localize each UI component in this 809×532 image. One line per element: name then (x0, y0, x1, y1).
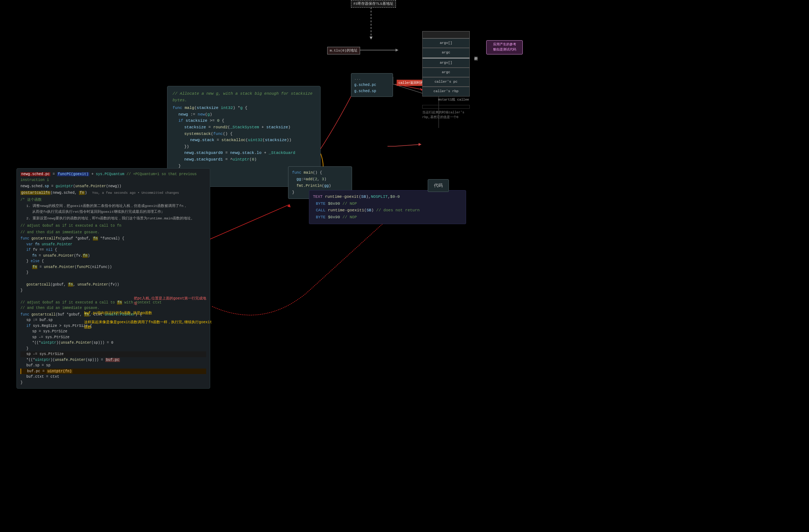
cn-buf-pc: buf.pc指向待运行的fn函数,就是go函数 (84, 311, 152, 316)
left-func1-var: var fn unsafe.Pointer (20, 242, 206, 248)
left-comment-1b: 从而使fn执行完成后执行ret指令时返回到goexit继续执行完成最后的清理工作… (20, 210, 206, 215)
cn-sp-enter: 把pc入栈,位置是上面的goext第一行完成地址 (134, 296, 207, 306)
main-func-line2: gg:=add(2, 3) (292, 176, 348, 183)
stack-diagram: argv[] argc argv[] argc caller's pc call… (422, 31, 470, 120)
left-comment-1: 1. 调整newg的栈空间，把goexit函数的第二条指令的地址入栈，仿造成go… (20, 204, 206, 209)
left-comment-adjust: // adjust Gobuf as if it executed a call… (20, 223, 206, 229)
asm-line3: CALL runtime·goexit1(SB) // does not ret… (313, 207, 462, 214)
left-func2-sp-assign: *((*uintptr)(unsafe.Pointer(sp))) = buf.… (20, 357, 206, 363)
left-func1-closebrace: } (20, 270, 206, 276)
left-func2-end: } (20, 380, 206, 386)
malg-line2: newg := new(g) (173, 112, 315, 118)
left-func1-nilfunc: fn = unsafe.Pointer(funcPC(nilfunc)) (20, 264, 206, 270)
malg-line5: systemstack(func() { (173, 131, 315, 137)
left-func1-fv: fn = unsafe.Pointer(fv.fn) (20, 253, 206, 259)
asm-line1: TEXT runtime·goexit(SB),NOSPLIT,$0-0 (313, 193, 462, 200)
svg-marker-3 (396, 49, 398, 52)
malg-line7: }) (173, 144, 315, 150)
left-code-block: newg.sched.pc = funcPC(goexit) + sys.PCQ… (16, 168, 210, 389)
tls-label: FS寄存器保存TLS基地址 (351, 0, 396, 8)
stack-argc2: argc (422, 68, 470, 77)
malg-line4: stacksize = round2(_StackSystem + stacks… (173, 124, 315, 131)
asm-line4: BYTE $0x90 // NOP (313, 214, 462, 221)
left-func2-closebrace2: } (20, 346, 206, 352)
left-func2-sp3: sp -= sys.PtrSize (20, 335, 206, 340)
stack-callers-rbp: caller's rbp (422, 87, 470, 96)
asm-line2: BYTE $0x90 // NOP (313, 200, 462, 207)
sched-pc: g.sched.pc (354, 82, 390, 88)
left-func1-else: } else { (20, 259, 206, 264)
left-comment-2: 2. 重新设置newg要执行的函数的地址，即fn函数的地址，我们这个场景为run… (20, 216, 206, 222)
mstart1-label: mstart1线 callee (422, 97, 470, 102)
left-func1-end: } (20, 288, 206, 294)
sched-box: ... g.sched.pc g.sched.sp (351, 73, 393, 97)
left-header-line3: gostartcallfn(newg.sched, fn) You, a few… (20, 190, 206, 196)
malg-line1: func malg(stacksize int32) *g { (173, 105, 315, 112)
asm-block: TEXT runtime·goexit(SB),NOSPLIT,$0-0 BYT… (309, 190, 466, 224)
left-func1-if: if fv == nil { (20, 247, 206, 253)
left-func1-call: gostartcall(gobuf, fn, unsafe.Pointer(fv… (20, 282, 206, 288)
malg-line8: newg.stackguard0 = newg.stack.lo + _Stac… (173, 150, 315, 156)
stack-callers-pc: caller's pc (422, 77, 470, 87)
left-func2-sp-dec: sp -= sys.PtrSize (20, 351, 206, 357)
sched-sp: g.sched.sp (354, 88, 390, 94)
svg-marker-22 (419, 143, 421, 146)
left-header-line2: newg.sched.sp = guintptr(unsafe.Pointer(… (20, 184, 206, 189)
left-comment-header: /* 这个函数 (20, 197, 206, 203)
left-func2-buf-ctxt: buf.ctxt = ctxt (20, 374, 206, 380)
tls-text: FS寄存器保存TLS基地址 (354, 2, 393, 6)
malg-line6: newg.stack = stackalloc(uint32(stacksize… (173, 137, 315, 144)
stack-argc1: argc (422, 48, 470, 57)
malg-comment: // Allocate a new g, with a stack big en… (173, 91, 315, 103)
stack-argv2: argv[] (422, 58, 470, 68)
stack-empty (422, 105, 470, 109)
main-func-line3: fmt.Println(gg) (292, 183, 348, 189)
left-func1-sig: func gostartcallfn(gobuf *gobuf, fn *fun… (20, 236, 206, 242)
right-annotation-bottom: 当运行起来的时候caller'srbp,基然它的值是一个0 (422, 110, 470, 120)
mtls-text: m.tls(0)的地址 (330, 49, 358, 53)
cn-goext-like: 这样装起来像是像是goexit函数调用了fn函数一样，执行完,继续执行goexi… (84, 320, 212, 330)
left-header-line1: newg.sched.pc = funcPC(goexit) + sys.PCQ… (20, 171, 206, 183)
left-func2-deref: *((*uintptr)(unsafe.Pointer(sp))) = 0 (20, 340, 206, 346)
mtls-box: m.tls(0)的地址 (327, 47, 360, 54)
stack-argv1: argv[] (422, 38, 470, 48)
left-func2-buf-pc: buf.pc = uintptr(fn) (20, 369, 206, 374)
svg-marker-21 (287, 204, 291, 207)
daima-box: 代码 (428, 179, 449, 192)
pink-annotation-box: 应用产生的参考貌似是测试代码 (486, 40, 523, 54)
malg-line3: if stacksize >= 0 { (173, 118, 315, 124)
left-func2-buf-sp: buf.sp = sp (20, 363, 206, 369)
malg-line9: newg.stackguard1 = ^uintptr(0) (173, 156, 315, 163)
left-comment-gosave: // and then did an immediate gosave. (20, 230, 206, 235)
main-func-line1: func main() { (292, 170, 348, 176)
left-func1-empty (20, 276, 206, 282)
svg-marker-1 (370, 37, 373, 39)
dots: ... (354, 76, 390, 82)
stack-spacer (422, 31, 470, 38)
